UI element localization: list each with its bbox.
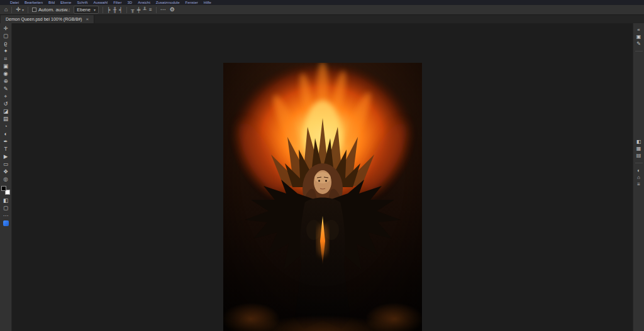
edit-toolbar-icon[interactable]: ⋯ (1, 212, 11, 219)
menu-item[interactable]: 3D (127, 1, 132, 4)
menu-item[interactable]: Fenster (186, 1, 198, 4)
auto-select-value: Ebene (77, 7, 91, 13)
libraries-panel-icon[interactable]: ⌂ (635, 174, 643, 181)
gear-icon[interactable]: ⚙ (170, 7, 175, 13)
hand-tool-icon[interactable]: ✥ (1, 168, 11, 175)
divider (11, 7, 12, 13)
options-bar: ⌂ ✛ ▾ Autom. ausw.: Ebene ▾ ╞╫╡ ╥╪╨≡ ⋯ ⚙ (0, 5, 644, 15)
align-center-h-icon[interactable]: ╫ (113, 8, 117, 13)
auto-select-checkbox[interactable]: Autom. ausw.: (32, 7, 70, 13)
collapse-panels-icon[interactable]: « (635, 26, 643, 33)
panel-dock-bottom: ◐⌂≡ (635, 167, 643, 188)
menu-item[interactable]: Filter (113, 1, 121, 4)
dodge-tool-icon[interactable]: ◐ (1, 130, 11, 138)
panel-dock: «▣✎ ◧▦▤ ◐⌂≡ (633, 23, 644, 331)
demon-queen-artwork (223, 63, 422, 331)
brush-tool-icon[interactable]: ✎ (1, 85, 11, 92)
panel-dock-top: «▣✎ (635, 26, 643, 47)
creative-cloud-icon[interactable] (1, 219, 11, 227)
tools-panel: ✛▢ϱ✦⌗▣◉⊕✎⌖↺◪▤◔◐✒T▶▭✥◎ ◧▢⋯ (0, 23, 12, 331)
adjustments-panel-icon[interactable]: ◐ (635, 167, 643, 174)
swatches-panel-icon[interactable]: ▦ (635, 145, 643, 152)
tab-close-icon[interactable]: × (86, 16, 89, 22)
eyedropper-tool-icon[interactable]: ◉ (1, 70, 11, 77)
lasso-tool-icon[interactable]: ϱ (1, 40, 11, 47)
document-tab-title: Demon Queen.psd bei 100% (RGB/8#) (6, 17, 82, 21)
divider (28, 7, 28, 13)
checkbox-icon (32, 8, 36, 12)
shape-tool-icon[interactable]: ▭ (1, 160, 11, 168)
distribute-icon[interactable]: ≡ (149, 8, 152, 13)
path-selection-tool-icon[interactable]: ▶ (1, 153, 11, 160)
quick-mask-icon[interactable]: ◧ (1, 197, 11, 204)
more-options-icon[interactable]: ⋯ (160, 7, 166, 13)
home-icon[interactable]: ⌂ (4, 7, 8, 13)
layers-panel-icon[interactable]: ≡ (635, 181, 643, 188)
color-panel-icon[interactable]: ◧ (635, 138, 643, 145)
tool-list: ✛▢ϱ✦⌗▣◉⊕✎⌖↺◪▤◔◐✒T▶▭✥◎ (1, 24, 11, 183)
align-middle-v-icon[interactable]: ╪ (137, 8, 141, 13)
menu-item[interactable]: Datei (10, 1, 19, 4)
panel-dock-mid: ◧▦▤ (635, 138, 643, 159)
crop-tool-icon[interactable]: ⌗ (1, 55, 11, 62)
canvas-area[interactable] (12, 23, 633, 331)
menu-item[interactable]: Ebene (60, 1, 71, 4)
menu-items: DateiBearbeitenBildEbeneSchriftAuswahlFi… (10, 1, 211, 4)
align-right-icon[interactable]: ╡ (119, 8, 123, 13)
menu-item[interactable]: Hilfe (204, 1, 211, 4)
align-top-icon[interactable]: ╥ (131, 8, 135, 13)
menu-item[interactable]: Bild (48, 1, 55, 4)
foreground-color-swatch[interactable] (1, 186, 6, 191)
menu-item[interactable]: Auswahl (93, 1, 108, 4)
document-tab[interactable]: Demon Queen.psd bei 100% (RGB/8#) × (1, 15, 94, 23)
properties-icon[interactable]: ✎ (635, 40, 643, 47)
menu-bar: DateiBearbeitenBildEbeneSchriftAuswahlFi… (0, 0, 644, 5)
workspace: ✛▢ϱ✦⌗▣◉⊕✎⌖↺◪▤◔◐✒T▶▭✥◎ ◧▢⋯ (0, 23, 644, 331)
align-bottom-icon[interactable]: ╨ (143, 8, 147, 13)
healing-brush-tool-icon[interactable]: ⊕ (1, 77, 11, 85)
eraser-tool-icon[interactable]: ◪ (1, 107, 11, 115)
divider (103, 7, 103, 13)
active-tool-badge[interactable]: ✛ ▾ (16, 7, 24, 13)
pen-tool-icon[interactable]: ✒ (1, 138, 11, 145)
align-icon-group: ╞╫╡ (107, 8, 123, 13)
distribute-icon-group: ╥╪╨≡ (131, 8, 152, 13)
align-left-icon[interactable]: ╞ (107, 8, 111, 13)
comments-icon[interactable]: ▣ (635, 33, 643, 40)
move-tool-icon[interactable]: ✛ (1, 24, 11, 32)
tab-bar: Demon Queen.psd bei 100% (RGB/8#) × (0, 15, 644, 23)
type-tool-icon[interactable]: T (1, 145, 11, 153)
zoom-tool-icon[interactable]: ◎ (1, 175, 11, 183)
chevron-down-icon: ▾ (22, 8, 24, 12)
document-canvas[interactable] (223, 63, 422, 331)
menu-item[interactable]: Schrift (77, 1, 87, 4)
chevron-down-icon: ▾ (94, 8, 96, 12)
move-tool-icon: ✛ (16, 7, 21, 13)
divider (635, 163, 643, 163)
menu-item[interactable]: Zusatzmodule (156, 1, 180, 4)
color-swatches[interactable] (1, 186, 10, 195)
frame-tool-icon[interactable]: ▣ (1, 62, 11, 70)
menu-item[interactable]: Bearbeiten (25, 1, 43, 4)
screen-mode-icon[interactable]: ▢ (1, 204, 11, 212)
clone-stamp-tool-icon[interactable]: ⌖ (1, 92, 11, 100)
blue-app-chip (3, 220, 9, 226)
gradients-panel-icon[interactable]: ▤ (635, 152, 643, 159)
tool-list-bottom: ◧▢⋯ (1, 197, 11, 219)
history-brush-tool-icon[interactable]: ↺ (1, 100, 11, 107)
menu-item[interactable]: Ansicht (138, 1, 150, 4)
divider (126, 7, 127, 13)
auto-select-dropdown[interactable]: Ebene ▾ (74, 6, 99, 14)
blur-tool-icon[interactable]: ◔ (1, 122, 11, 130)
divider (156, 7, 157, 13)
quick-selection-tool-icon[interactable]: ✦ (1, 47, 11, 55)
divider (635, 51, 643, 52)
auto-select-label: Autom. ausw.: (38, 7, 70, 13)
marquee-tool-icon[interactable]: ▢ (1, 32, 11, 40)
gradient-tool-icon[interactable]: ▤ (1, 115, 11, 122)
